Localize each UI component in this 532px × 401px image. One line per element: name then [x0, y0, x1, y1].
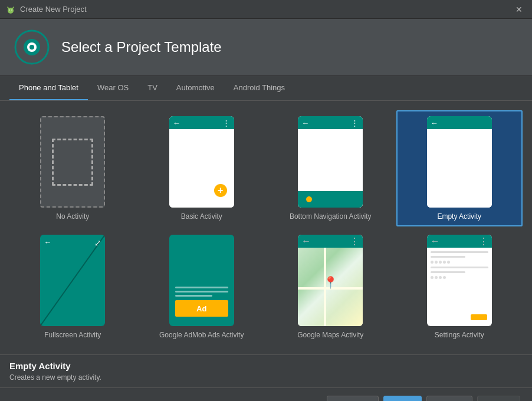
svg-line-3: [12, 7, 14, 9]
settings-action-button: [471, 314, 487, 320]
admob-line-2: [175, 291, 228, 292]
templates-grid: No Activity ← ⋮ + Basic Activity ← ⋮: [9, 110, 523, 345]
header-logo: [14, 29, 50, 65]
menu-dots-icon: ⋮: [222, 119, 231, 127]
settings-dot-5: [447, 261, 450, 264]
menu-dots-icon: ⋮: [350, 236, 359, 247]
admob-line-1: [175, 287, 228, 288]
close-button[interactable]: ✕: [512, 4, 526, 15]
tab-phone-tablet[interactable]: Phone and Tablet: [9, 76, 88, 100]
map-pin: 📍: [323, 275, 338, 290]
template-no-activity[interactable]: No Activity: [9, 110, 136, 226]
admob-activity-label: Google AdMob Ads Activity: [159, 331, 244, 339]
description-text: Creates a new empty activity.: [9, 373, 523, 382]
template-fullscreen-activity[interactable]: ← ⤢ Fullscreen Activity: [9, 229, 136, 345]
basic-activity-body: +: [169, 129, 234, 208]
tab-android-things[interactable]: Android Things: [224, 76, 294, 100]
settings-dot-4: [443, 261, 446, 264]
empty-activity-body: [427, 129, 492, 208]
settings-dot-3: [439, 261, 442, 264]
tab-wear-os[interactable]: Wear OS: [88, 76, 138, 100]
next-button[interactable]: Next: [383, 396, 422, 401]
svg-point-4: [9, 9, 10, 11]
template-settings-activity[interactable]: ← ⋮: [396, 229, 523, 345]
template-admob-activity[interactable]: Ad Google AdMob Ads Activity: [139, 229, 265, 345]
settings-rows: [427, 248, 492, 282]
settings-dot-8: [439, 276, 442, 279]
back-arrow-icon: ←: [431, 119, 438, 127]
settings-row-3: [431, 267, 488, 268]
svg-point-9: [29, 45, 34, 50]
template-bottom-navigation[interactable]: ← ⋮ Bottom Navigation Activity: [267, 110, 394, 226]
settings-activity-label: Settings Activity: [435, 331, 484, 339]
fullscreen-preview: ← ⤢: [40, 235, 105, 326]
bottom-nav-spacer-1: [327, 196, 333, 202]
svg-rect-1: [8, 9, 13, 12]
bottom-nav-toolbar: ← ⋮: [298, 116, 363, 129]
finish-button[interactable]: Finish: [477, 396, 520, 401]
description-area: Empty Activity Creates a new empty activ…: [0, 354, 532, 387]
description-title: Empty Activity: [9, 361, 523, 371]
fab-button: +: [214, 184, 227, 197]
settings-row-2: [431, 256, 465, 258]
bottom-nav-body: [298, 129, 363, 208]
tab-tv[interactable]: TV: [138, 76, 167, 100]
settings-row-dots-2: [431, 276, 488, 279]
no-activity-label: No Activity: [56, 212, 89, 221]
footer: Previous Next Cancel Finish: [0, 387, 532, 401]
map-area: 📍: [298, 248, 363, 326]
settings-row-4: [431, 271, 465, 273]
template-maps-activity[interactable]: ← ⋮ 📍 Google Maps Activity: [267, 229, 394, 345]
menu-dots-icon: ⋮: [351, 119, 359, 127]
maps-activity-label: Google Maps Activity: [297, 331, 363, 339]
back-arrow-icon: ←: [301, 236, 311, 246]
settings-row-1: [431, 251, 488, 253]
settings-dot-2: [435, 261, 438, 264]
bottom-nav-item-1: [306, 196, 312, 202]
admob-banner: Ad: [175, 300, 228, 317]
admob-content-lines: [175, 287, 228, 297]
previous-button[interactable]: Previous: [327, 396, 379, 401]
template-empty-activity[interactable]: ← Empty Activity: [396, 110, 523, 226]
title-bar-left: Create New Project: [6, 5, 87, 14]
tabs-container: Phone and Tablet Wear OS TV Automotive A…: [0, 76, 532, 101]
settings-dot-7: [435, 276, 438, 279]
menu-dots-icon: ⋮: [479, 236, 488, 247]
basic-activity-toolbar: ← ⋮: [169, 116, 234, 129]
template-basic-activity[interactable]: ← ⋮ + Basic Activity: [139, 110, 265, 226]
back-arrow-icon: ←: [173, 119, 180, 127]
settings-dot-9: [443, 276, 446, 279]
header-title: Select a Project Template: [61, 39, 222, 55]
maps-toolbar: ← ⋮: [298, 235, 363, 248]
bottom-nav-bar: [298, 191, 363, 208]
svg-line-2: [8, 7, 9, 9]
bottom-navigation-label: Bottom Navigation Activity: [290, 212, 372, 221]
settings-dot-6: [431, 276, 434, 279]
diagonal-line-svg: [40, 235, 105, 326]
admob-line-3: [175, 295, 212, 297]
title-bar: Create New Project ✕: [0, 0, 532, 19]
android-studio-logo: [14, 29, 50, 65]
settings-row-dots: [431, 261, 488, 264]
empty-activity-preview: ←: [427, 116, 492, 208]
svg-point-5: [11, 9, 12, 11]
no-activity-dashed-rect: [52, 139, 93, 186]
back-arrow-icon: ←: [301, 119, 309, 127]
no-activity-preview: [40, 116, 105, 208]
templates-grid-area: No Activity ← ⋮ + Basic Activity ← ⋮: [0, 101, 532, 354]
maps-preview: ← ⋮ 📍: [298, 235, 363, 326]
android-icon: [6, 5, 15, 14]
header: Select a Project Template: [0, 19, 532, 76]
admob-preview: Ad: [169, 235, 234, 326]
settings-toolbar: ← ⋮: [427, 235, 492, 248]
svg-line-10: [40, 235, 105, 326]
basic-activity-preview: ← ⋮ +: [169, 116, 234, 208]
back-arrow-icon: ←: [431, 236, 440, 246]
settings-dot-1: [431, 261, 434, 264]
fullscreen-activity-label: Fullscreen Activity: [44, 331, 101, 339]
empty-activity-toolbar: ←: [427, 116, 492, 129]
cancel-button[interactable]: Cancel: [426, 396, 472, 401]
tab-automotive[interactable]: Automotive: [167, 76, 224, 100]
settings-preview: ← ⋮: [427, 235, 492, 326]
bottom-nav-spacer-2: [349, 196, 355, 202]
